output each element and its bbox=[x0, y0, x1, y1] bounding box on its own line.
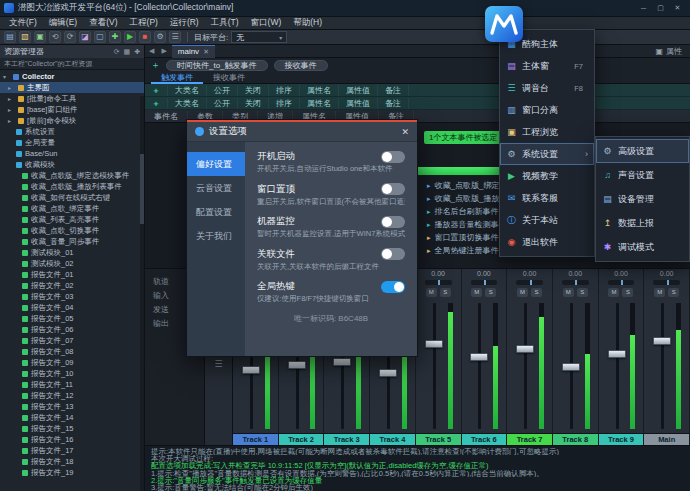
tree-scrollbar[interactable] bbox=[140, 96, 144, 491]
event-pill-button[interactable]: 时间快件_to_触发事件 bbox=[166, 60, 268, 71]
group-cell[interactable]: 属性名 bbox=[300, 85, 339, 96]
toolbar-icon[interactable]: ⟳ bbox=[64, 31, 76, 43]
track-name-tag[interactable]: Track 3 bbox=[324, 433, 369, 445]
tree-item[interactable]: 收藏_如何在线模式右键 bbox=[0, 192, 144, 203]
toolbar-icon[interactable]: ▧ bbox=[19, 31, 31, 43]
dialog-nav-item[interactable]: 关于我们 bbox=[187, 224, 245, 248]
mute-button[interactable]: M bbox=[563, 288, 574, 297]
context-menu-item[interactable]: ▶ 视频教学 bbox=[500, 165, 594, 187]
tree-item[interactable]: 报告文件_09 bbox=[0, 357, 144, 368]
group-cell[interactable]: 公开 bbox=[207, 98, 238, 109]
track-name-tag[interactable]: Track 9 bbox=[599, 433, 644, 445]
explorer-header-icon[interactable]: ▦ bbox=[124, 48, 131, 56]
toolbar-icon[interactable]: ⟲ bbox=[49, 31, 61, 43]
tree-item[interactable]: 报告文件_07 bbox=[0, 335, 144, 346]
mute-button[interactable]: M bbox=[426, 288, 437, 297]
tree-item[interactable]: 系统设置 bbox=[0, 126, 144, 137]
properties-button[interactable]: ▣ 属性 bbox=[655, 46, 688, 57]
tree-item[interactable]: Collector bbox=[0, 71, 144, 82]
pan-control[interactable] bbox=[471, 280, 498, 285]
tree-item[interactable]: 报告文件_16 bbox=[0, 434, 144, 445]
toolbar-icon[interactable]: ⚙ bbox=[154, 31, 166, 43]
fader-handle[interactable] bbox=[288, 361, 306, 369]
tree-item[interactable]: 报告文件_15 bbox=[0, 423, 144, 434]
tree-item[interactable]: 测试模块_02 bbox=[0, 258, 144, 269]
tree-item[interactable]: 报告文件_04 bbox=[0, 302, 144, 313]
track-name-tag[interactable]: Track 7 bbox=[507, 433, 552, 445]
track-name-tag[interactable]: Track 4 bbox=[370, 433, 415, 445]
nav-forward-icon[interactable]: ▶ bbox=[159, 47, 168, 55]
toolbar-icon[interactable]: ☰ bbox=[169, 31, 181, 43]
group-cell[interactable]: 大类名 bbox=[168, 98, 207, 109]
tree-item[interactable]: [最前]命令模块 bbox=[0, 115, 144, 126]
tree-item[interactable]: 报告文件_03 bbox=[0, 291, 144, 302]
track-name-tag[interactable]: Track 2 bbox=[279, 433, 324, 445]
toolbar-icon[interactable]: ■ bbox=[139, 31, 151, 43]
event-pill-button[interactable]: 接收事件 bbox=[274, 60, 328, 71]
group-cell[interactable]: 大类名 bbox=[168, 85, 207, 96]
fader-handle[interactable] bbox=[516, 345, 534, 353]
tree-item[interactable]: [base]窗口组件 bbox=[0, 104, 144, 115]
toolbar-icon[interactable]: ▤ bbox=[4, 31, 16, 43]
context-menu-item[interactable]: ◉ 退出软件 bbox=[500, 231, 594, 253]
solo-button[interactable]: S bbox=[531, 288, 542, 297]
solo-button[interactable]: S bbox=[577, 288, 588, 297]
context-menu-item[interactable]: ✉ 联系客服 bbox=[500, 187, 594, 209]
tree-item[interactable]: 收藏_点歌_绑定事件 bbox=[0, 203, 144, 214]
fader-handle[interactable] bbox=[333, 358, 351, 366]
toggle-switch[interactable] bbox=[381, 248, 405, 260]
pan-control[interactable] bbox=[425, 280, 452, 285]
close-button[interactable]: ✕ bbox=[669, 2, 686, 15]
menubar-item[interactable]: 运行(R) bbox=[164, 17, 205, 29]
event-subtab[interactable]: 触发事件 bbox=[151, 72, 203, 84]
tree-item[interactable]: 报告文件_06 bbox=[0, 324, 144, 335]
tree-item[interactable]: 收藏_点歌_切换事件 bbox=[0, 225, 144, 236]
tree-item[interactable]: 主界面 bbox=[0, 82, 144, 93]
group-cell[interactable]: 排序 bbox=[269, 85, 300, 96]
fader-handle[interactable] bbox=[425, 340, 443, 348]
group-cell[interactable]: ＋ bbox=[145, 98, 168, 109]
toggle-switch[interactable] bbox=[381, 216, 405, 228]
tree-item[interactable]: 全局变量 bbox=[0, 137, 144, 148]
group-cell[interactable]: 备注 bbox=[378, 85, 409, 96]
dialog-nav-item[interactable]: 偏好设置 bbox=[187, 152, 245, 176]
mute-button[interactable]: M bbox=[471, 288, 482, 297]
pan-control[interactable] bbox=[653, 280, 680, 285]
tree-scrollbar-thumb[interactable] bbox=[140, 154, 144, 224]
menubar-item[interactable]: 编辑(E) bbox=[43, 17, 83, 29]
solo-button[interactable]: S bbox=[485, 288, 496, 297]
tree-item[interactable]: 报告文件_19 bbox=[0, 467, 144, 478]
tree-item[interactable]: 报告文件_01 bbox=[0, 269, 144, 280]
submenu-item[interactable]: ♫ 声音设置 bbox=[596, 163, 689, 187]
tree-item[interactable]: 报告文件_08 bbox=[0, 346, 144, 357]
tree-item[interactable]: 报告文件_10 bbox=[0, 368, 144, 379]
tree-item[interactable]: 报告文件_17 bbox=[0, 445, 144, 456]
group-cell[interactable]: 公开 bbox=[207, 85, 238, 96]
group-cell[interactable]: 关闭 bbox=[238, 85, 269, 96]
dialog-close-button[interactable]: ✕ bbox=[401, 127, 409, 137]
tree-item[interactable]: 报告文件_12 bbox=[0, 390, 144, 401]
mixer-tool-icon[interactable]: ☰ bbox=[214, 359, 222, 369]
tree-item[interactable]: 报告文件_05 bbox=[0, 313, 144, 324]
fader-handle[interactable] bbox=[653, 337, 671, 345]
submenu-item[interactable]: ▤ 设备管理 bbox=[596, 187, 689, 211]
track-name-tag[interactable]: Main bbox=[644, 433, 689, 445]
track-name-tag[interactable]: Track 8 bbox=[553, 433, 598, 445]
tree-item[interactable]: 收藏_点歌版_播放列表事件 bbox=[0, 181, 144, 192]
track-name-tag[interactable]: Track 1 bbox=[233, 433, 278, 445]
context-menu-item[interactable]: ▤ 主体窗 F7 bbox=[500, 55, 594, 77]
tree-item[interactable]: Base/Sun bbox=[0, 148, 144, 159]
tree-item[interactable]: 报告文件_13 bbox=[0, 401, 144, 412]
toolbar-icon[interactable]: ▶ bbox=[124, 31, 136, 43]
toggle-switch[interactable] bbox=[381, 151, 405, 163]
menubar-item[interactable]: 窗口(W) bbox=[245, 17, 288, 29]
tree-item[interactable]: 收藏_音量_同步事件 bbox=[0, 236, 144, 247]
mute-button[interactable]: M bbox=[608, 288, 619, 297]
toggle-switch[interactable] bbox=[381, 183, 405, 195]
solo-button[interactable]: S bbox=[622, 288, 633, 297]
tree-item[interactable]: 报告文件_18 bbox=[0, 456, 144, 467]
context-menu-item[interactable]: ⓘ 关于本站 bbox=[500, 209, 594, 231]
menubar-item[interactable]: 工程(P) bbox=[124, 17, 164, 29]
add-event-icon[interactable]: ＋ bbox=[151, 59, 160, 72]
track-name-tag[interactable]: Track 5 bbox=[416, 433, 461, 445]
